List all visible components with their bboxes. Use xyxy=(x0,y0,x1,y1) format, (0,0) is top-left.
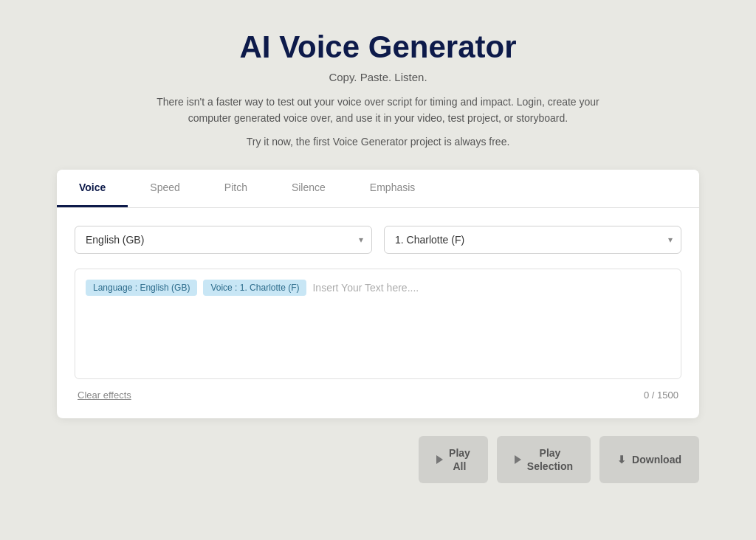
card-footer: Clear effects 0 / 1500 xyxy=(75,390,681,401)
text-area-container[interactable]: Language : English (GB) Voice : 1. Charl… xyxy=(75,269,681,379)
free-note: Try it now, the first Voice Generator pr… xyxy=(157,136,599,148)
tab-speed[interactable]: Speed xyxy=(128,170,202,207)
language-select[interactable]: English (GB) English (US) Spanish French… xyxy=(75,226,372,254)
char-count: 0 / 1500 xyxy=(644,390,678,401)
tab-bar: Voice Speed Pitch Silence Emphasis xyxy=(57,170,699,208)
play-all-label: PlayAll xyxy=(449,446,470,473)
download-label: Download xyxy=(632,453,681,466)
card-body: English (GB) English (US) Spanish French… xyxy=(57,208,699,418)
download-icon: ⬇ xyxy=(617,454,626,465)
tags-row: Language : English (GB) Voice : 1. Charl… xyxy=(86,280,670,296)
play-selection-label: PlaySelection xyxy=(527,446,573,473)
play-all-button[interactable]: PlayAll xyxy=(419,436,488,483)
placeholder-text: Insert Your Text here.... xyxy=(312,282,419,294)
tab-emphasis[interactable]: Emphasis xyxy=(348,170,437,207)
play-selection-button[interactable]: PlaySelection xyxy=(497,436,591,483)
bottom-buttons: PlayAll PlaySelection ⬇ Download xyxy=(57,436,699,483)
play-selection-icon xyxy=(515,455,521,464)
voice-select-wrapper: 1. Charlotte (F) 2. James (M) 3. Emily (… xyxy=(384,226,681,254)
tab-pitch[interactable]: Pitch xyxy=(202,170,269,207)
language-tag: Language : English (GB) xyxy=(86,280,197,296)
selects-row: English (GB) English (US) Spanish French… xyxy=(75,226,681,254)
download-button[interactable]: ⬇ Download xyxy=(599,436,699,483)
tagline: Copy. Paste. Listen. xyxy=(157,71,599,83)
play-all-icon xyxy=(436,455,443,464)
description: There isn't a faster way to test out you… xyxy=(157,94,599,127)
clear-effects-button[interactable]: Clear effects xyxy=(78,390,131,401)
language-select-wrapper: English (GB) English (US) Spanish French… xyxy=(75,226,372,254)
page-header: AI Voice Generator Copy. Paste. Listen. … xyxy=(157,30,599,148)
voice-tag: Voice : 1. Charlotte (F) xyxy=(203,280,306,296)
main-card: Voice Speed Pitch Silence Emphasis Engli… xyxy=(57,170,699,418)
tab-silence[interactable]: Silence xyxy=(269,170,348,207)
tab-voice[interactable]: Voice xyxy=(57,170,128,207)
voice-select[interactable]: 1. Charlotte (F) 2. James (M) 3. Emily (… xyxy=(384,226,681,254)
page-title: AI Voice Generator xyxy=(157,30,599,65)
